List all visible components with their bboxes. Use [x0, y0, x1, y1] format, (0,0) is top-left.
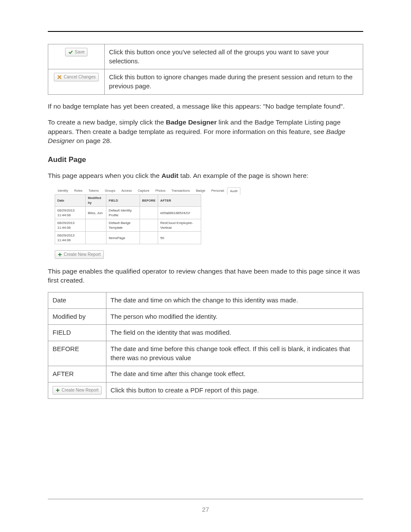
field-name: Modified by	[48, 308, 106, 325]
svg-rect-1	[58, 254, 62, 255]
create-report-button-image: Create New Report	[55, 250, 104, 259]
mock-tab: Photos	[153, 187, 168, 194]
check-icon	[68, 50, 73, 55]
mock-tab: Tokens	[85, 187, 102, 194]
mock-tab: Transactions	[168, 187, 193, 194]
mock-tab: Roles	[71, 187, 85, 194]
field-name: FIELD	[48, 325, 106, 341]
mock-tab: Capture	[135, 187, 153, 194]
field-desc: The date and time on which the change to…	[106, 292, 363, 308]
cancel-button-image: Cancel Changes	[54, 73, 99, 81]
create-badge-paragraph: To create a new badge, simply click the …	[48, 118, 363, 145]
field-desc: Click this button to create a PDF report…	[106, 382, 363, 398]
audit-mock-table: DateModified byFIELDBEFOREAFTER 08/29/20…	[55, 194, 201, 244]
mock-tab: Personal	[208, 187, 227, 194]
field-name: Date	[48, 292, 106, 308]
mock-tab: Audit	[227, 187, 240, 195]
mock-tab: Identity	[55, 187, 71, 194]
save-button-desc: Click this button once you've selected a…	[105, 44, 363, 69]
mock-tab: Badge	[193, 187, 209, 194]
field-desc: The field on the identity that was modif…	[106, 325, 363, 341]
no-template-paragraph: If no badge template has yet been create…	[48, 102, 363, 111]
mock-tab: Groups	[102, 187, 118, 194]
field-desc: The person who modified the identity.	[106, 308, 363, 325]
audit-desc-paragraph: This page enables the qualified operator…	[48, 267, 363, 285]
audit-intro-paragraph: This page appears when you click the Aud…	[48, 171, 363, 180]
save-button-label: Save	[75, 49, 85, 55]
audit-fields-table: DateThe date and time on which the chang…	[48, 292, 363, 399]
buttons-description-table: Save Click this button once you've selec…	[48, 44, 363, 95]
svg-rect-3	[56, 390, 59, 391]
cancel-button-label: Cancel Changes	[64, 74, 96, 80]
cancel-button-desc: Click this button to ignore changes made…	[105, 69, 363, 94]
audit-screenshot: IdentityRolesTokensGroupsAccessCapturePh…	[55, 187, 201, 259]
plus-icon	[58, 252, 62, 257]
mock-tab: Access	[118, 187, 135, 194]
cancel-icon	[57, 75, 62, 80]
field-name: BEFORE	[48, 341, 106, 366]
create-report-button-image: Create New Report	[53, 386, 102, 395]
field-name: AFTER	[48, 366, 106, 383]
audit-page-heading: Audit Page	[48, 155, 363, 165]
field-desc: The date and time before this change too…	[106, 341, 363, 366]
page-number: 27	[48, 506, 363, 513]
save-button-image: Save	[65, 48, 88, 56]
field-desc: The date and time after this change took…	[106, 366, 363, 383]
plus-icon	[56, 388, 60, 392]
